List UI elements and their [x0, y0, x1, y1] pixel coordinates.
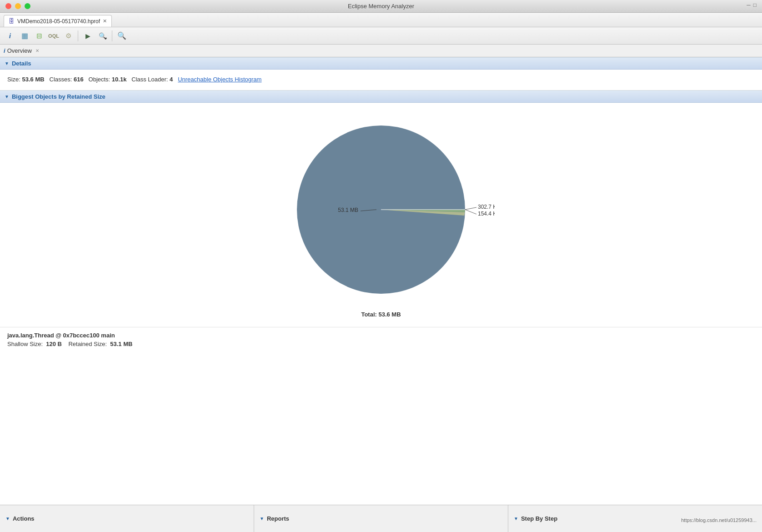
dominator-tree-button[interactable]: ⊟	[33, 30, 45, 42]
pie-label-1: 302.7 KB	[478, 204, 495, 210]
retained-size-value: 53.1 MB	[110, 341, 132, 347]
pie-line-2	[465, 210, 476, 214]
reports-panel[interactable]: ▼ Reports	[254, 505, 508, 532]
close-button[interactable]	[5, 3, 11, 9]
classloader-label: Class Loader:	[131, 76, 168, 83]
restore-icon[interactable]: ─	[747, 2, 751, 8]
overview-tab-bar: i Overview ✕	[0, 45, 762, 57]
step-by-step-label: Step By Step	[521, 515, 557, 522]
overview-tab-close[interactable]: ✕	[35, 48, 39, 53]
tab-close-icon[interactable]: ✕	[103, 18, 107, 24]
db-icon: 🗄	[9, 18, 15, 25]
size-label: Size:	[7, 76, 20, 83]
histogram-icon: ▦	[21, 31, 28, 40]
object-sizes: Shallow Size: 120 B Retained Size: 53.1 …	[7, 341, 755, 347]
dropdown-arrow: ▾	[105, 36, 107, 40]
pie-label-2: 154.4 KB	[478, 211, 495, 217]
search-button[interactable]: 🔍	[115, 30, 128, 42]
shallow-size-value: 120 B	[46, 341, 62, 347]
classes-value: 616	[74, 76, 84, 83]
window-resize-controls: ─ □	[747, 2, 757, 8]
biggest-objects-header-label: Biggest Objects by Retained Size	[12, 93, 105, 100]
retained-size-label: Retained Size:	[68, 341, 107, 347]
pie-chart: 53.1 MB 302.7 KB 154.4 KB	[267, 112, 495, 307]
search-icon: 🔍	[117, 31, 126, 40]
pie-chart-container: 53.1 MB 302.7 KB 154.4 KB	[267, 112, 495, 307]
object-info: java.lang.Thread @ 0x7bccec100 main Shal…	[0, 327, 762, 354]
biggest-objects-chevron-icon: ▼	[5, 94, 9, 99]
objects-label: Objects:	[89, 76, 110, 83]
dominator-tree-icon: ⊟	[36, 32, 42, 40]
gear-icon: ⚙	[65, 32, 71, 40]
step-by-step-chevron-icon: ▼	[514, 516, 518, 521]
pie-line-1	[465, 207, 476, 210]
histogram-button[interactable]: ▦	[18, 30, 31, 42]
details-chevron-icon: ▼	[5, 61, 9, 66]
overview-tab-label[interactable]: Overview	[7, 47, 32, 54]
bottom-panels: ▼ Actions ▼ Reports ▼ Step By Step https…	[0, 505, 762, 532]
chart-total-label: Total: 53.6 MB	[361, 311, 401, 318]
shallow-size-label: Shallow Size:	[7, 341, 43, 347]
minimize-button[interactable]	[15, 3, 21, 9]
find-actions-button[interactable]: 🔍 ▾	[96, 30, 109, 42]
oql-button[interactable]: OQL	[47, 30, 60, 42]
details-content: Size: 53.6 MB Classes: 616 Objects: 10.1…	[0, 70, 762, 90]
file-tab[interactable]: 🗄 VMDemo2018-05-05170740.hprof ✕	[4, 15, 112, 27]
toolbar: i ▦ ⊟ OQL ⚙ ▶ 🔍 ▾ 🔍	[0, 27, 762, 45]
details-header-label: Details	[12, 60, 31, 67]
classes-label: Classes:	[50, 76, 72, 83]
window-controls	[5, 3, 30, 9]
overview-tab-icon: i	[4, 47, 5, 54]
pie-label-main: 53.1 MB	[338, 207, 358, 213]
toolbar-separator	[78, 30, 78, 41]
title-bar: Eclipse Memory Analyzer	[0, 0, 762, 13]
reports-label: Reports	[267, 515, 289, 522]
main-content: ▼ Details Size: 53.6 MB Classes: 616 Obj…	[0, 57, 762, 505]
tab-bar: 🗄 VMDemo2018-05-05170740.hprof ✕ ─ □	[0, 13, 762, 27]
actions-label: Actions	[13, 515, 35, 522]
tab-label: VMDemo2018-05-05170740.hprof	[17, 18, 100, 25]
info-button[interactable]: i	[4, 30, 16, 42]
chart-section: 53.1 MB 302.7 KB 154.4 KB Total: 53.6 MB	[0, 103, 762, 327]
classloader-value: 4	[170, 76, 173, 83]
objects-value: 10.1k	[112, 76, 127, 83]
run-reports-button[interactable]: ▶	[81, 30, 94, 42]
maximize-button[interactable]	[25, 3, 30, 9]
step-by-step-panel[interactable]: ▼ Step By Step https://blog.csdn.net/u01…	[508, 505, 762, 532]
info-icon: i	[9, 32, 11, 40]
actions-panel[interactable]: ▼ Actions	[0, 505, 254, 532]
status-url: https://blog.csdn.net/u01259943...	[681, 517, 757, 523]
toolbar-separator-2	[112, 30, 112, 41]
biggest-objects-section-header[interactable]: ▼ Biggest Objects by Retained Size	[0, 90, 762, 103]
object-name: java.lang.Thread @ 0x7bccec100 main	[7, 332, 755, 339]
reports-chevron-icon: ▼	[260, 516, 264, 521]
window-title: Eclipse Memory Analyzer	[348, 3, 414, 10]
details-section-header[interactable]: ▼ Details	[0, 57, 762, 70]
unreachable-objects-link[interactable]: Unreachable Objects Histogram	[178, 76, 261, 83]
actions-chevron-icon: ▼	[5, 516, 10, 521]
settings-button[interactable]: ⚙	[62, 30, 75, 42]
oql-icon: OQL	[48, 33, 59, 39]
size-value: 53.6 MB	[22, 76, 45, 83]
run-icon: ▶	[85, 32, 90, 40]
expand-icon[interactable]: □	[753, 2, 757, 8]
